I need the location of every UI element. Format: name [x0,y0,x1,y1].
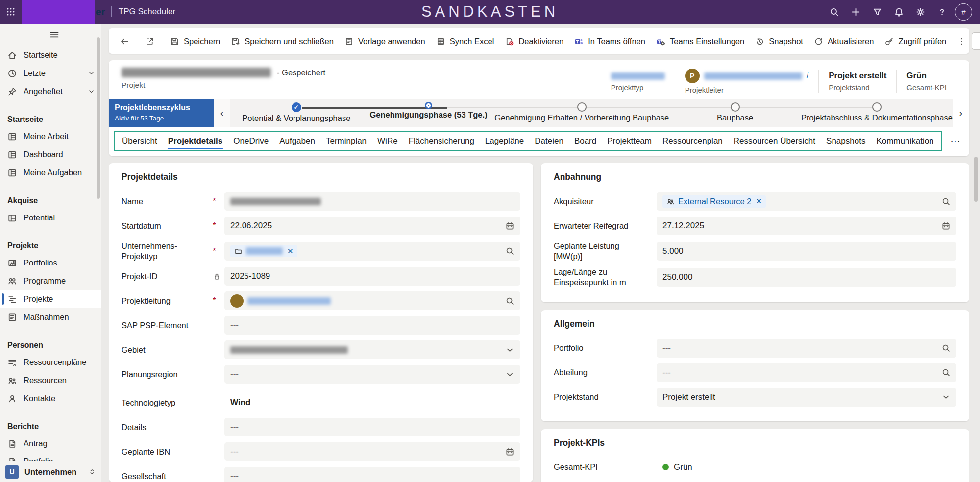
deactivate-button[interactable]: Deaktivieren [499,32,569,50]
chevron-down-icon[interactable] [505,345,514,355]
chevron-down-icon[interactable] [505,370,514,379]
sidebar-item-programme[interactable]: Programme [0,272,101,290]
field-input[interactable]: --- [657,339,956,358]
teams-settings-button[interactable]: Teams Einstellungen [651,32,750,50]
field-input[interactable] [224,340,520,359]
sidebar-item-ressourcenpl-ne[interactable]: Ressourcenpläne [0,353,101,371]
tab-ressourcenplan[interactable]: Ressourcenplan [657,132,728,150]
field-input[interactable] [224,291,520,310]
field-input[interactable]: 2025-1089 [224,267,520,286]
tab-snapshots[interactable]: Snapshots [821,132,871,150]
apply-template-button[interactable]: Vorlage anwenden [339,32,431,50]
user-avatar[interactable]: # [955,3,972,21]
tab-ressourcen-bersicht[interactable]: Ressourcen Übersicht [728,132,821,150]
help-icon[interactable] [933,3,950,20]
search-icon[interactable] [826,3,842,20]
refresh-button[interactable]: Aktualisieren [808,32,879,50]
tab-projektdetails[interactable]: Projektdetails [163,132,228,150]
tab-onedrive[interactable]: OneDrive [228,132,274,150]
field-input[interactable]: 27.12.2025 [657,217,956,235]
sidebar-item-meine-arbeit[interactable]: Meine Arbeit [0,127,101,145]
field-input[interactable]: --- [224,316,520,335]
search-icon[interactable] [505,296,514,306]
tabs-overflow-button[interactable]: … [950,139,961,144]
field-input[interactable]: --- [224,418,520,436]
field-input[interactable]: 22.06.2025 [224,217,520,235]
field-input[interactable]: --- [224,467,520,482]
bpf-stage-3[interactable]: Genehmigung Erhalten / Vorbereitung Baup… [494,99,669,127]
save-close-button[interactable]: Speichern und schließen [225,32,339,50]
bpf-scroll-right[interactable]: › [953,99,969,127]
sidebar-item-ma-nahmen[interactable]: Maßnahmen [0,308,101,326]
field-input[interactable]: --- [224,365,520,384]
synch-excel-button[interactable]: Synch Excel [431,32,500,50]
sidebar-item-kontakte[interactable]: Kontakte [0,389,101,408]
remove-tag-icon[interactable]: ✕ [287,247,294,256]
plus-icon[interactable] [847,3,864,20]
field-input[interactable]: --- [224,442,520,461]
lookup-link[interactable]: External Resource 2 [678,197,752,206]
search-icon[interactable] [941,343,951,353]
sidebar-item-angeheftet[interactable]: Angeheftet [0,82,101,100]
save-button[interactable]: Speichern [165,32,225,50]
filter-icon[interactable] [869,3,885,20]
main-scrollbar-thumb[interactable] [974,157,978,202]
sidebar-item-potential[interactable]: Potential [0,209,101,227]
lookup-tag[interactable]: External Resource 2✕ [662,195,766,208]
bpf-stage-2[interactable]: Genehmigungsphase (53 Tge.) [363,99,495,127]
calendar-icon[interactable] [941,221,951,231]
lookup-tag[interactable]: ✕ [230,245,297,257]
field-input[interactable]: External Resource 2✕ [657,192,956,211]
hamburger-icon[interactable] [0,24,101,46]
sidebar-scrollbar-thumb[interactable] [97,37,100,199]
waffle-menu-icon[interactable] [0,0,22,24]
sidebar-item-antrag[interactable]: Antrag [0,434,101,453]
sidebar-item-portfolios[interactable]: Portfolios [0,254,101,272]
field-input[interactable]: 250.000 [657,268,956,287]
tab-lagepl-ne[interactable]: Lagepläne [480,132,529,150]
remove-tag-icon[interactable]: ✕ [756,197,762,206]
chevron-down-icon[interactable] [88,88,95,95]
field-input[interactable]: --- [657,363,956,382]
tab--bersicht[interactable]: Übersicht [117,132,163,150]
check-access-button[interactable]: Zugriff prüfen [879,32,952,50]
field-input[interactable]: 5.000 [657,242,956,261]
bpf-stage-4[interactable]: Bauphase [669,99,801,127]
bpf-scroll-left[interactable]: ‹ [214,99,230,127]
open-in-teams-button[interactable]: In Teams öffnen [569,32,651,50]
field-input[interactable] [224,192,520,211]
chevron-down-icon[interactable] [88,70,95,77]
field-input[interactable]: ✕ [224,242,520,261]
calendar-icon[interactable] [505,221,514,231]
tab-projektteam[interactable]: Projektteam [602,132,657,150]
environment-picker[interactable]: U Unternehmen [0,461,101,482]
share-button[interactable]: Teilen [972,32,980,50]
gear-icon[interactable] [912,3,929,20]
bpf-stage-1[interactable]: ✓Potential & Vorplanungsphase [230,99,363,127]
tab-aufgaben[interactable]: Aufgaben [274,132,320,150]
back-button[interactable] [115,32,135,50]
tab-fl-chensicherung[interactable]: Flächensicherung [403,132,480,150]
tab-wire[interactable]: WiRe [372,132,403,150]
snapshot-button[interactable]: Snapshot [750,32,808,50]
search-icon[interactable] [505,246,514,256]
popout-button[interactable] [140,32,160,50]
bell-icon[interactable] [890,3,907,20]
sidebar-item-startseite[interactable]: Startseite [0,46,101,64]
tab-kommunikation[interactable]: Kommunikation [871,132,939,150]
calendar-icon[interactable] [505,447,514,457]
bpf-stage-5[interactable]: Projektabschluss & Dokumentationsphase [801,99,953,127]
chevron-down-icon[interactable] [941,392,951,402]
field-input[interactable]: Projekt erstellt [657,388,956,407]
search-icon[interactable] [941,197,951,206]
sidebar-item-letzte[interactable]: Letzte [0,64,101,82]
sidebar-item-meine-aufgaben[interactable]: Meine Aufgaben [0,164,101,182]
sidebar-item-dashboard[interactable]: Dashboard [0,145,101,164]
search-icon[interactable] [941,368,951,377]
sidebar-item-projekte[interactable]: Projekte [0,290,101,308]
tab-terminplan[interactable]: Terminplan [320,132,372,150]
tab-board[interactable]: Board [569,132,602,150]
bpf-stage-selector[interactable]: ProjektlebenszyklusAktiv für 53 Tage [109,99,214,127]
sidebar-item-ressourcen[interactable]: Ressourcen [0,371,101,389]
tab-dateien[interactable]: Dateien [529,132,569,150]
